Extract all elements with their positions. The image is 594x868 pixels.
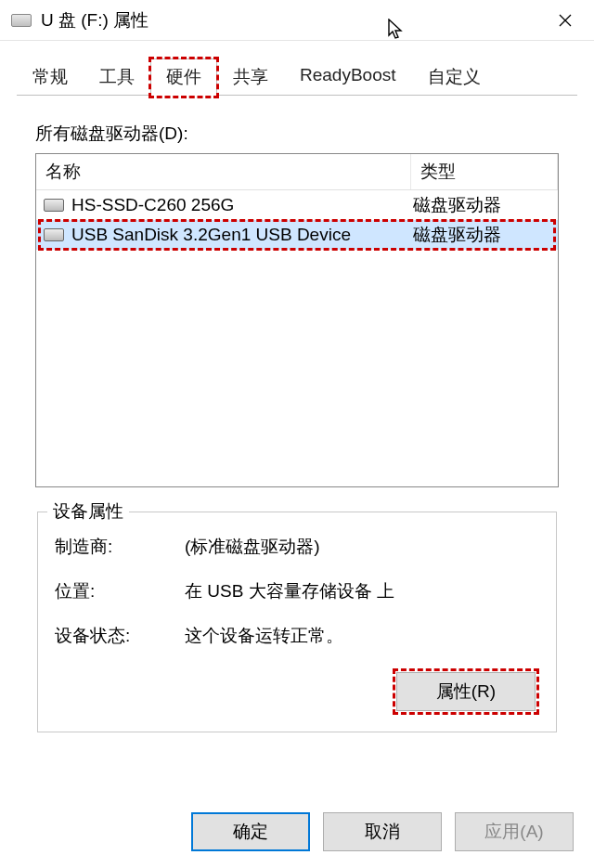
row-type: 磁盘驱动器	[413, 193, 550, 217]
col-type[interactable]: 类型	[411, 154, 558, 189]
tab-custom[interactable]: 自定义	[412, 58, 497, 96]
manufacturer-value: (标准磁盘驱动器)	[185, 535, 539, 559]
row-name: USB SanDisk 3.2Gen1 USB Device	[71, 225, 413, 245]
tab-general[interactable]: 常规	[17, 58, 84, 96]
titlebar: U 盘 (F:) 属性	[0, 0, 594, 41]
drive-list[interactable]: 名称 类型 HS-SSD-C260 256G 磁盘驱动器 USB SanDisk…	[35, 153, 559, 487]
dialog-footer: 确定 取消 应用(A)	[0, 812, 594, 851]
close-button[interactable]	[542, 2, 588, 39]
drive-icon	[11, 14, 32, 27]
status-label: 设备状态:	[55, 624, 185, 648]
table-row[interactable]: USB SanDisk 3.2Gen1 USB Device 磁盘驱动器	[36, 220, 558, 250]
disk-icon	[44, 228, 64, 241]
drive-list-header: 名称 类型	[36, 154, 558, 190]
device-properties-group: 设备属性 制造商: (标准磁盘驱动器) 位置: 在 USB 大容量存储设备 上 …	[37, 512, 557, 732]
tab-strip: 常规 工具 硬件 共享 ReadyBoost 自定义	[17, 58, 577, 96]
window-title: U 盘 (F:) 属性	[41, 8, 542, 32]
device-properties-legend: 设备属性	[47, 499, 129, 524]
tab-tools[interactable]: 工具	[84, 58, 150, 96]
cancel-button[interactable]: 取消	[323, 812, 442, 851]
table-row[interactable]: HS-SSD-C260 256G 磁盘驱动器	[36, 190, 558, 220]
status-value: 这个设备运转正常。	[185, 624, 539, 648]
disk-icon	[44, 199, 64, 212]
drive-list-label: 所有磁盘驱动器(D):	[35, 122, 559, 146]
hardware-panel: 所有磁盘驱动器(D): 名称 类型 HS-SSD-C260 256G 磁盘驱动器…	[17, 96, 577, 745]
col-name[interactable]: 名称	[36, 154, 411, 189]
tab-sharing[interactable]: 共享	[217, 58, 284, 96]
location-value: 在 USB 大容量存储设备 上	[185, 579, 539, 603]
tab-readyboost[interactable]: ReadyBoost	[284, 58, 412, 96]
apply-button[interactable]: 应用(A)	[455, 812, 574, 851]
row-type: 磁盘驱动器	[413, 223, 550, 247]
tab-hardware[interactable]: 硬件	[150, 58, 217, 96]
manufacturer-label: 制造商:	[55, 535, 185, 559]
ok-button[interactable]: 确定	[191, 812, 310, 851]
row-name: HS-SSD-C260 256G	[71, 195, 413, 215]
location-label: 位置:	[55, 579, 185, 603]
device-properties-button[interactable]: 属性(R)	[396, 672, 536, 711]
